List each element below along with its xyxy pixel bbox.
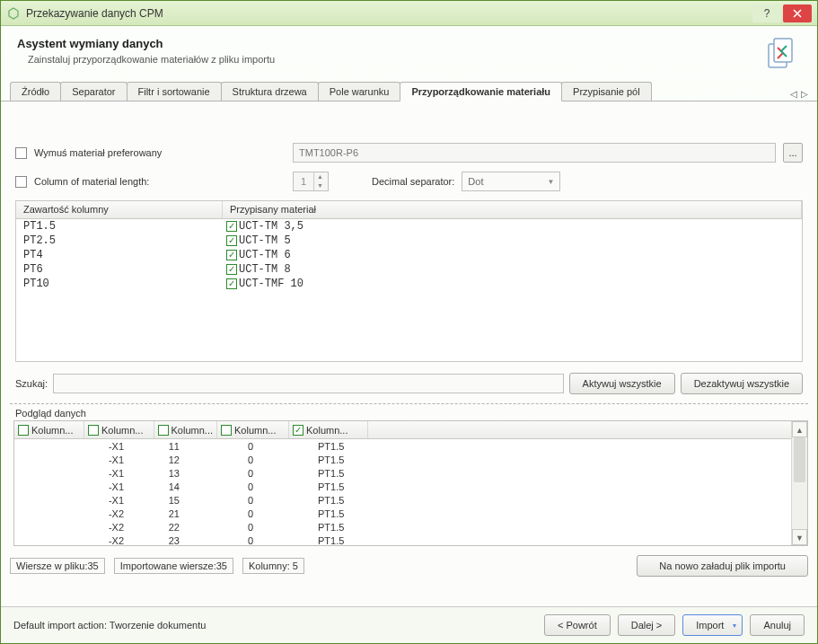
- columns-status: Kolumny: 5: [242, 558, 304, 574]
- column-label: Kolumn...: [31, 425, 73, 436]
- decimal-separator-select[interactable]: Dot ▼: [462, 172, 560, 191]
- decimal-separator-value: Dot: [468, 176, 483, 187]
- preview-scrollbar[interactable]: ▲ ▼: [791, 421, 807, 545]
- content-cell: PT6: [16, 263, 223, 276]
- material-enabled-checkbox[interactable]: [226, 264, 237, 275]
- material-enabled-checkbox[interactable]: [226, 235, 237, 246]
- tab-source[interactable]: Źródło: [10, 82, 61, 101]
- preview-row[interactable]: -X2 22 0 PT1.5: [14, 520, 791, 534]
- content-cell: PT10: [16, 278, 223, 290]
- footer: Default import action: Tworzenie dokumen…: [1, 606, 817, 643]
- spinner-up-icon[interactable]: ▲: [313, 172, 326, 181]
- column-label: Kolumn...: [234, 425, 276, 436]
- scroll-down-icon[interactable]: ▼: [792, 529, 807, 545]
- material-enabled-checkbox[interactable]: [226, 250, 237, 260]
- column-content-header[interactable]: Zawartość kolumny: [16, 201, 223, 218]
- preview-row[interactable]: -X1 11 0 PT1.5: [14, 439, 791, 453]
- column-checkbox[interactable]: [158, 425, 169, 436]
- column-checkbox[interactable]: [293, 425, 303, 436]
- app-icon: [6, 6, 21, 21]
- column-material-length-label: Column of material length:: [34, 176, 286, 187]
- activate-all-button[interactable]: Aktywuj wszystkie: [569, 373, 675, 394]
- preview-row[interactable]: -X2 23 0 PT1.5: [14, 534, 791, 545]
- data-preview-grid: Kolumn...Kolumn...Kolumn...Kolumn...Kolu…: [13, 420, 808, 546]
- wizard-title: Asystent wymiany danych: [17, 37, 761, 50]
- data-preview-label: Podgląd danych: [15, 408, 808, 419]
- rows-in-file-status: Wiersze w pliku:35: [10, 558, 105, 574]
- import-button[interactable]: Import: [682, 614, 743, 636]
- force-preferred-material-checkbox[interactable]: [15, 147, 27, 159]
- spinner-down-icon[interactable]: ▼: [313, 181, 326, 190]
- preview-column-header[interactable]: Kolumn...: [154, 421, 217, 438]
- preview-row[interactable]: -X1 12 0 PT1.5: [14, 453, 791, 466]
- material-row[interactable]: PT10 UCT-TMF 10: [16, 277, 802, 291]
- tab-filter-sort[interactable]: Filtr i sortowanie: [127, 82, 222, 101]
- browse-material-button[interactable]: ...: [783, 143, 803, 163]
- material-enabled-checkbox[interactable]: [226, 278, 237, 289]
- main-window: Przekazywanie danych CPM ? Asystent wymi…: [0, 0, 818, 644]
- tab-separator[interactable]: Separator: [60, 82, 127, 101]
- column-length-value[interactable]: [294, 176, 313, 187]
- tabs-scroll-right-icon[interactable]: ▷: [801, 89, 808, 99]
- deactivate-all-button[interactable]: Dezaktywuj wszystkie: [681, 373, 803, 394]
- force-preferred-material-input[interactable]: [293, 143, 776, 163]
- close-button[interactable]: [783, 4, 812, 22]
- material-row[interactable]: PT6 UCT-TM 8: [16, 262, 802, 277]
- preview-row[interactable]: -X1 14 0 PT1.5: [14, 480, 791, 493]
- column-label: Kolumn...: [101, 425, 143, 436]
- wizard-icon: [761, 37, 801, 73]
- material-cell: UCT-TM 5: [239, 234, 291, 247]
- material-row[interactable]: PT2.5 UCT-TM 5: [16, 234, 802, 248]
- tab-material-assignment[interactable]: Przyporządkowanie materiału: [400, 82, 562, 101]
- material-row[interactable]: PT1.5 UCT-TM 3,5: [16, 219, 802, 234]
- preview-row[interactable]: -X1 13 0 PT1.5: [14, 466, 791, 480]
- tabs-row: Źródło Separator Filtr i sortowanie Stru…: [1, 80, 817, 101]
- column-label: Kolumn...: [306, 425, 347, 436]
- svg-marker-0: [9, 8, 18, 19]
- column-label: Kolumn...: [172, 425, 213, 436]
- help-button[interactable]: ?: [752, 4, 781, 22]
- cancel-button[interactable]: Anuluj: [750, 614, 805, 636]
- material-enabled-checkbox[interactable]: [226, 221, 237, 232]
- content-cell: PT2.5: [16, 234, 223, 247]
- scroll-thumb[interactable]: [794, 437, 805, 482]
- scroll-up-icon[interactable]: ▲: [792, 421, 807, 437]
- tab-condition-field[interactable]: Pole warunku: [318, 82, 401, 101]
- material-row[interactable]: PT4 UCT-TM 6: [16, 248, 802, 262]
- titlebar[interactable]: Przekazywanie danych CPM ?: [1, 1, 817, 26]
- reload-import-file-button[interactable]: Na nowo załaduj plik importu: [637, 555, 808, 577]
- content-cell: PT1.5: [16, 220, 223, 233]
- force-preferred-material-label: Wymuś materiał preferowany: [34, 147, 286, 158]
- decimal-separator-label: Decimal separator:: [372, 176, 454, 187]
- chevron-down-icon: ▼: [547, 178, 554, 186]
- tabs-scroll-left-icon[interactable]: ◁: [790, 89, 797, 99]
- wizard-subtitle: Zainstaluj przyporządkowanie materiałów …: [28, 54, 761, 65]
- rows-imported-status: Importowane wiersze:35: [114, 558, 233, 574]
- search-input[interactable]: [53, 374, 564, 393]
- material-cell: UCT-TM 3,5: [239, 220, 303, 233]
- search-label: Szukaj:: [15, 378, 48, 389]
- column-material-length-checkbox[interactable]: [15, 176, 27, 188]
- wizard-header: Asystent wymiany danych Zainstaluj przyp…: [1, 26, 817, 80]
- preview-column-header[interactable]: Kolumn...: [14, 421, 84, 438]
- tab-field-assignment[interactable]: Przypisanie pól: [561, 82, 652, 101]
- column-checkbox[interactable]: [221, 425, 232, 436]
- window-title: Przekazywanie danych CPM: [26, 7, 752, 20]
- column-checkbox[interactable]: [18, 425, 29, 436]
- preview-column-header[interactable]: Kolumn...: [217, 421, 289, 438]
- assigned-material-header[interactable]: Przypisany materiał: [223, 201, 802, 218]
- column-length-spinner[interactable]: ▲ ▼: [293, 172, 329, 191]
- material-cell: UCT-TM 8: [239, 263, 291, 276]
- tab-tree-structure[interactable]: Struktura drzewa: [221, 82, 319, 101]
- preview-column-header[interactable]: Kolumn...: [289, 421, 368, 438]
- material-assignment-table: Zawartość kolumny Przypisany materiał PT…: [15, 200, 803, 362]
- content-cell: PT4: [16, 249, 223, 261]
- default-action-label: Default import action: Tworzenie dokumen…: [13, 620, 537, 631]
- material-cell: UCT-TMF 10: [239, 278, 303, 290]
- column-checkbox[interactable]: [88, 425, 99, 436]
- preview-row[interactable]: -X1 15 0 PT1.5: [14, 493, 791, 507]
- next-button[interactable]: Dalej >: [618, 614, 676, 636]
- back-button[interactable]: < Powrót: [544, 614, 611, 636]
- preview-row[interactable]: -X2 21 0 PT1.5: [14, 507, 791, 520]
- preview-column-header[interactable]: Kolumn...: [84, 421, 154, 438]
